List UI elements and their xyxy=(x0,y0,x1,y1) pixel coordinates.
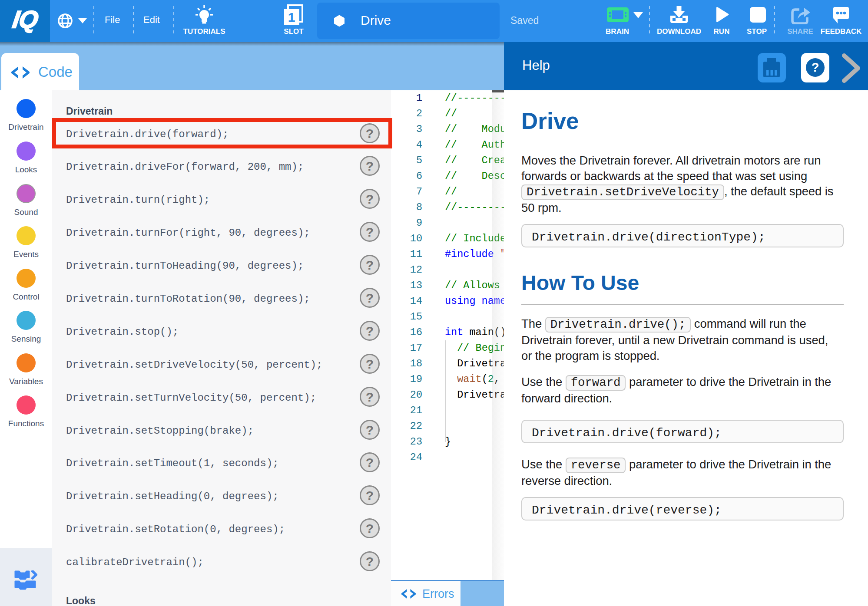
svg-text:1: 1 xyxy=(288,10,295,24)
